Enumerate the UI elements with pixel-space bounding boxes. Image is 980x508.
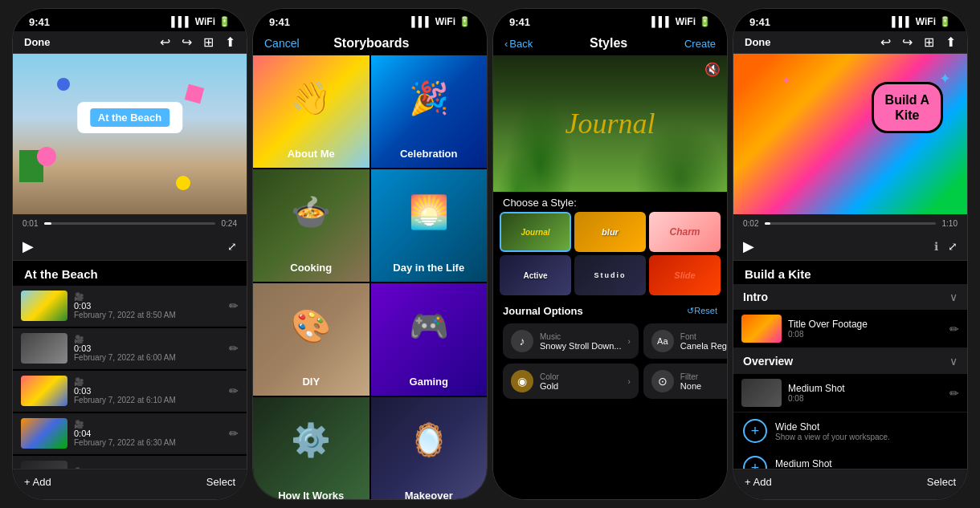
undo-icon[interactable]: ↩	[160, 35, 170, 50]
scene-edit-1[interactable]: ✏	[949, 387, 959, 400]
done-button-1[interactable]: Done	[24, 35, 51, 50]
add-button-4[interactable]: + Add	[745, 476, 772, 488]
info-button-4[interactable]: ℹ	[934, 240, 938, 253]
add-medium-shot2-row[interactable]: + Medium Shot What makes this project sp…	[733, 449, 967, 469]
clip-item-1[interactable]: 🎥 0:03 February 7, 2022 at 6:00 AM ✏	[13, 328, 247, 369]
intro-section-header[interactable]: Intro ∨	[733, 284, 967, 310]
reset-button[interactable]: ↺Reset	[687, 306, 717, 316]
clip-item-4[interactable]: 🎥 0:01 ✏	[13, 456, 247, 469]
scene-title-over-footage[interactable]: Title Over Footage 0:08 ✏	[733, 310, 967, 348]
deco-blue-dot	[57, 78, 70, 91]
style-studio[interactable]: Studio	[574, 255, 646, 295]
clip-item-3[interactable]: 🎥 0:04 February 7, 2022 at 6:30 AM ✏	[13, 413, 247, 454]
option-music-arrow-icon: ›	[627, 337, 630, 346]
layout-icon-4[interactable]: ⊞	[924, 35, 934, 50]
cell-diy[interactable]: 🎨 DIY	[253, 283, 370, 396]
create-button[interactable]: Create	[684, 38, 716, 50]
style-blur-label: blur	[602, 227, 619, 237]
style-active[interactable]: Active	[500, 255, 571, 295]
wifi-icon: WiFi	[195, 16, 215, 27]
play-button-1[interactable]: ▶	[22, 238, 34, 255]
share-icon-4[interactable]: ⬆	[945, 35, 956, 50]
clip-duration-2: 0:03	[74, 386, 223, 396]
makeover-label: Makeover	[371, 490, 488, 499]
add-button-1[interactable]: + Add	[24, 476, 51, 488]
overview-section-header[interactable]: Overview ∨	[733, 348, 967, 374]
clip-thumb-2	[21, 376, 67, 406]
option-music-label: Music	[540, 332, 621, 341]
wide-shot-info: Wide Shot Show a view of your workspace.	[775, 421, 890, 441]
toolbar-4: Done ↩ ↪ ⊞ ⬆	[733, 31, 967, 54]
undo-icon-4[interactable]: ↩	[880, 35, 891, 50]
style-charm[interactable]: Charm	[649, 212, 721, 252]
toolbar-icons-1: ↩ ↪ ⊞ ⬆	[160, 35, 235, 50]
style-charm-label: Charm	[669, 226, 700, 238]
select-button-1[interactable]: Select	[206, 476, 235, 488]
timeline-track-1[interactable]	[44, 222, 214, 225]
clip-edit-1[interactable]: ✏	[229, 342, 239, 355]
status-bar-4: 9:41 ▌▌▌ WiFi 🔋	[733, 9, 967, 31]
option-font[interactable]: Aa Font Canela Regular ›	[643, 323, 728, 359]
select-button-4[interactable]: Select	[927, 476, 956, 488]
style-journal[interactable]: Journal	[500, 212, 571, 252]
kite-timeline-track[interactable]	[765, 222, 935, 225]
back-button[interactable]: ‹ Back	[504, 38, 533, 50]
option-filter[interactable]: ⊙ Filter None ›	[643, 364, 728, 399]
add-medium-shot2-icon: +	[743, 456, 767, 469]
clip-item-0[interactable]: 🎥 0:03 February 7, 2022 at 8:50 AM ✏	[13, 286, 247, 327]
fullscreen-button-1[interactable]: ⤢	[227, 240, 237, 253]
wifi-icon-2: WiFi	[435, 16, 455, 27]
layout-icon[interactable]: ⊞	[203, 35, 214, 50]
kite-end-time: 1:10	[942, 219, 958, 228]
option-music[interactable]: ♪ Music Snowy Stroll Down... ›	[503, 323, 639, 359]
redo-icon[interactable]: ↪	[182, 35, 192, 50]
option-font-content: Font Canela Regular	[680, 332, 728, 351]
cell-howitworks[interactable]: ⚙️ How It Works	[253, 397, 370, 499]
cancel-button[interactable]: Cancel	[264, 37, 300, 50]
battery-icon-3: 🔋	[699, 16, 711, 27]
timeline-bar-1[interactable]: 0:01 0:24	[13, 214, 247, 233]
style-blur[interactable]: blur	[574, 212, 646, 252]
status-time-4: 9:41	[749, 16, 770, 28]
clip-edit-3[interactable]: ✏	[229, 427, 239, 440]
choose-style-label: Choose a Style:	[493, 192, 727, 212]
fullscreen-button-4[interactable]: ⤢	[948, 240, 958, 253]
clip-thumb-1	[21, 333, 67, 364]
style-journal-label: Journal	[521, 228, 549, 237]
cell-about[interactable]: 👋 About Me	[253, 55, 370, 168]
options-section: Journal Options ↺Reset ♪ Music Snowy Str…	[493, 300, 727, 499]
signal-icon-4: ▌▌▌	[892, 16, 913, 27]
style-slide[interactable]: Slide	[649, 255, 721, 295]
clip-edit-2[interactable]: ✏	[229, 384, 239, 397]
cell-gaming[interactable]: 🎮 Gaming	[371, 283, 488, 396]
option-color-label: Color	[540, 372, 621, 381]
scene-edit-0[interactable]: ✏	[949, 323, 959, 335]
toolbar-icons-4: ↩ ↪ ⊞ ⬆	[880, 35, 956, 50]
deco-pink-rect	[185, 84, 204, 104]
cell-dayinlife[interactable]: 🌅 Day in the Life	[371, 169, 488, 282]
option-color-content: Color Gold	[540, 372, 621, 391]
option-color[interactable]: ◉ Color Gold ›	[503, 364, 639, 399]
section-title-1: At the Beach	[13, 261, 247, 284]
option-music-value: Snowy Stroll Down...	[540, 341, 621, 351]
clip-edit-0[interactable]: ✏	[229, 299, 239, 312]
cell-celebration[interactable]: 🎉 Celebration	[371, 55, 488, 168]
kite-timeline[interactable]: 0:02 1:10	[733, 214, 967, 233]
share-icon[interactable]: ⬆	[225, 35, 235, 50]
done-button-4[interactable]: Done	[745, 35, 771, 50]
preview-area-1: At the Beach	[13, 54, 247, 214]
play-button-4[interactable]: ▶	[743, 238, 754, 255]
options-title: Journal Options	[503, 305, 583, 317]
redo-icon-4[interactable]: ↪	[902, 35, 913, 50]
clip-info-1: 🎥 0:03 February 7, 2022 at 6:00 AM	[74, 335, 223, 362]
cell-makeover[interactable]: 🪞 Makeover	[371, 397, 488, 499]
add-wide-shot-row[interactable]: + Wide Shot Show a view of your workspac…	[733, 412, 967, 449]
clip-item-2[interactable]: 🎥 0:03 February 7, 2022 at 6:10 AM ✏	[13, 371, 247, 412]
end-time-1: 0:24	[222, 219, 237, 228]
wifi-icon-4: WiFi	[916, 16, 936, 27]
diy-label: DIY	[253, 376, 370, 388]
mute-icon[interactable]: 🔇	[704, 62, 721, 77]
scene-medium-shot-1[interactable]: Medium Shot 0:08 ✏	[733, 374, 967, 412]
cell-cooking[interactable]: 🍲 Cooking	[253, 169, 370, 282]
battery-icon-4: 🔋	[939, 16, 951, 27]
